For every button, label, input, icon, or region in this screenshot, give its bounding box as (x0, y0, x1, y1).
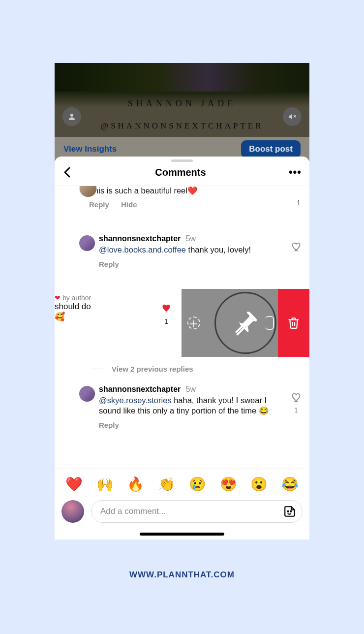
reply-item: shannonsnextchapter 5w @skye.rosey.stori… (55, 385, 309, 432)
dim-overlay: View Insights Boost post (55, 63, 309, 161)
like-count: 1 (291, 406, 302, 414)
liked-by-author: ❤ by author (55, 294, 182, 302)
svg-point-0 (70, 114, 73, 117)
phone-frame: SHANNON JADE @SHANNONSNEXTCHAPTER View I… (55, 63, 309, 539)
pin-icon (232, 309, 259, 337)
delete-comment-button[interactable] (278, 289, 309, 357)
comment-actions: Reply Hide (89, 200, 303, 209)
reply-header: shannonsnextchapter 5w (99, 234, 280, 243)
sheet-title: Comments (155, 167, 206, 178)
like-count: 1 (161, 317, 172, 325)
reply-username[interactable]: shannonsnextchapter (99, 385, 181, 393)
emoji-laugh[interactable]: 😂 (281, 476, 299, 492)
page-footer-url: WWW.PLANNTHAT.COM (0, 570, 364, 580)
like-column: 1 (291, 392, 302, 414)
avatar[interactable] (79, 386, 95, 402)
reply-button[interactable]: Reply (99, 260, 280, 268)
reply-time: 5w (186, 234, 196, 243)
reply-username[interactable]: shannonsnextchapter (99, 234, 181, 243)
like-column: 1 (297, 186, 301, 207)
my-avatar[interactable] (61, 500, 84, 523)
emoji-quick-row: ❤️ 🙌 🔥 👏 😢 😍 😮 😂 (55, 469, 309, 497)
emoji-clap[interactable]: 👏 (158, 476, 175, 492)
svg-point-4 (290, 511, 291, 512)
svg-point-3 (288, 511, 289, 512)
trash-icon (287, 316, 300, 330)
comment-input[interactable]: Add a comment... (91, 500, 303, 523)
divider-line (92, 369, 105, 369)
reply-button[interactable]: Reply (89, 200, 109, 209)
comments-scroll[interactable]: This is such a beautiful reel❤️ 1 Reply … (55, 186, 309, 469)
mention-link[interactable]: @love.books.and.coffee (99, 245, 186, 254)
pin-comment-button[interactable] (214, 292, 276, 354)
avatar[interactable] (79, 235, 95, 251)
like-column: 1 (161, 303, 172, 325)
reply-button[interactable]: Reply (99, 421, 280, 429)
emoji-fire[interactable]: 🔥 (127, 476, 144, 492)
reply-body: @love.books.and.coffee thank you, lovely… (99, 245, 280, 255)
hide-button[interactable]: Hide (121, 200, 137, 209)
view-insights-link[interactable]: View Insights (63, 144, 117, 154)
heart-outline-icon[interactable] (291, 392, 302, 403)
sheet-header: Comments ••• (55, 162, 309, 186)
comment-text: This is such a beautiful reel❤️ (89, 186, 198, 195)
mute-icon-button[interactable] (283, 107, 302, 126)
sticker-icon[interactable] (283, 505, 296, 518)
swiped-comment: ❤ by author should do 🥰 1 (55, 289, 309, 357)
reply-body: @skye.rosey.stories haha, thank you! I s… (99, 395, 280, 416)
home-indicator (140, 533, 224, 536)
swiped-comment-content: ❤ by author should do 🥰 1 (55, 289, 182, 357)
emoji-hands[interactable]: 🙌 (96, 476, 114, 492)
emoji-cry[interactable]: 😢 (189, 476, 206, 492)
mention-link[interactable]: @skye.rosey.stories (99, 396, 172, 405)
composer-row: Add a comment... (55, 497, 309, 530)
more-options-button[interactable]: ••• (289, 166, 302, 179)
like-count: 1 (297, 199, 301, 207)
composer: ❤️ 🙌 🔥 👏 😢 😍 😮 😂 Add a comment... (55, 469, 309, 539)
profile-icon-button[interactable] (62, 107, 81, 126)
heart-filled-icon[interactable] (161, 303, 172, 314)
emoji-wow[interactable]: 😮 (250, 476, 268, 492)
emoji-heart[interactable]: ❤️ (65, 476, 83, 492)
comments-sheet: Comments ••• This is such a beautiful re… (55, 157, 309, 539)
emoji-heart-eyes[interactable]: 😍 (220, 476, 237, 492)
reply-header: shannonsnextchapter 5w (99, 385, 280, 394)
boost-post-button[interactable]: Boost post (241, 140, 301, 158)
reply-item: shannonsnextchapter 5w @love.books.and.c… (55, 234, 309, 271)
like-button[interactable] (291, 241, 302, 254)
comment-placeholder: Add a comment... (100, 507, 166, 516)
reply-time: 5w (186, 385, 196, 393)
view-previous-replies[interactable]: View 2 previous replies (55, 357, 309, 378)
back-button[interactable] (62, 166, 72, 178)
add-to-highlight-icon[interactable] (187, 317, 200, 329)
